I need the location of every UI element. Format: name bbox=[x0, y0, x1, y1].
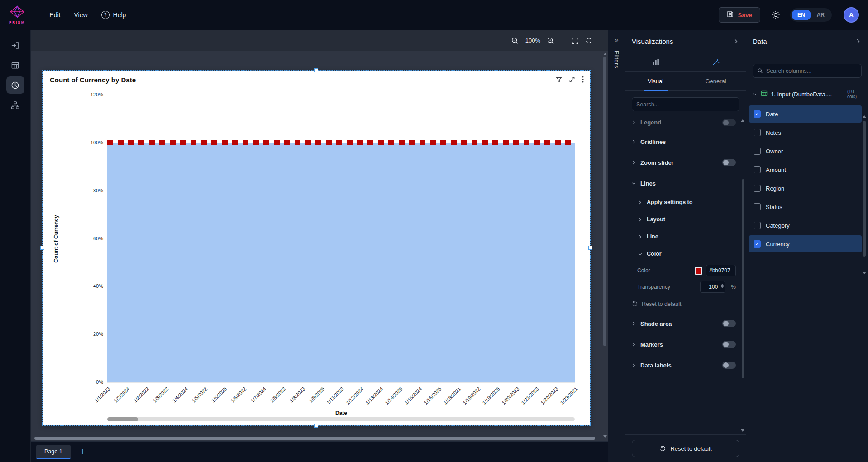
rail-flows-button[interactable] bbox=[6, 96, 24, 114]
checkbox[interactable] bbox=[754, 129, 761, 136]
menu-view[interactable]: View bbox=[74, 11, 87, 19]
color-swatch[interactable] bbox=[695, 267, 702, 275]
canvas-vscrollbar-thumb[interactable] bbox=[603, 57, 606, 346]
chart-build-tab[interactable] bbox=[625, 52, 686, 71]
zoom-out-button[interactable] bbox=[511, 37, 519, 45]
data-source-row[interactable]: 1. Input (DumboData.... (10 cols) bbox=[746, 85, 868, 103]
section-apply-settings-to[interactable]: Apply settings to bbox=[625, 194, 742, 211]
section-legend[interactable]: Legend bbox=[625, 118, 742, 131]
rail-collapse-button[interactable] bbox=[6, 37, 24, 54]
panel-scrollbar-thumb[interactable] bbox=[742, 179, 744, 378]
field-row-amount[interactable]: Amount bbox=[749, 161, 862, 178]
legend-toggle[interactable] bbox=[722, 119, 736, 126]
scroll-down-icon[interactable] bbox=[603, 435, 607, 438]
scroll-up-icon[interactable] bbox=[603, 53, 607, 55]
checkbox[interactable] bbox=[754, 203, 761, 210]
format-tab[interactable] bbox=[686, 52, 746, 71]
x-tick-label: 1/2/2022 bbox=[133, 386, 150, 404]
canvas-vscrollbar[interactable] bbox=[602, 53, 607, 438]
checkbox[interactable] bbox=[754, 148, 761, 155]
checkbox[interactable]: ✓ bbox=[754, 240, 761, 248]
data-search-input[interactable] bbox=[766, 68, 857, 74]
gridline bbox=[107, 382, 575, 383]
panel-scroll-down-icon[interactable] bbox=[863, 272, 866, 274]
field-row-notes[interactable]: Notes bbox=[749, 124, 862, 141]
menu-help[interactable]: ? Help bbox=[101, 11, 126, 19]
chevron-down-icon[interactable] bbox=[752, 91, 758, 97]
section-layout[interactable]: Layout bbox=[625, 211, 742, 228]
add-page-button[interactable]: + bbox=[80, 447, 86, 457]
x-tick-label: 1/11/2023 bbox=[325, 386, 345, 405]
markers-toggle[interactable] bbox=[722, 341, 736, 348]
checkbox[interactable] bbox=[754, 185, 761, 192]
chart-card[interactable]: Count of Currency by Date bbox=[43, 71, 590, 425]
section-line[interactable]: Line bbox=[625, 228, 742, 245]
rail-charts-button[interactable] bbox=[6, 76, 24, 94]
section-markers[interactable]: Markers bbox=[625, 334, 742, 355]
collapse-panel-icon[interactable] bbox=[733, 38, 739, 45]
stepper-icons[interactable] bbox=[721, 284, 724, 288]
checkbox[interactable] bbox=[754, 166, 761, 173]
data-panel: Data 1. Input (DumboData.... (10 cols) ✓… bbox=[746, 30, 868, 462]
canvas-hscrollbar-thumb[interactable] bbox=[34, 437, 595, 440]
visualizations-search-input[interactable] bbox=[636, 101, 735, 108]
zoom-in-icon bbox=[547, 37, 555, 45]
rail-tables-button[interactable] bbox=[6, 57, 24, 74]
chart-hscrollbar-thumb[interactable] bbox=[107, 417, 138, 421]
theme-toggle-button[interactable] bbox=[771, 10, 780, 19]
page-tab[interactable]: Page 1 bbox=[36, 445, 71, 459]
section-gridlines[interactable]: Gridlines bbox=[625, 131, 742, 152]
tab-visual[interactable]: Visual bbox=[625, 72, 686, 90]
menu-edit[interactable]: Edit bbox=[49, 11, 60, 19]
resize-handle-top[interactable] bbox=[314, 68, 318, 72]
chart-hscrollbar[interactable] bbox=[107, 417, 575, 421]
field-row-region[interactable]: Region bbox=[749, 180, 862, 197]
zoom-slider-toggle[interactable] bbox=[722, 159, 736, 166]
lang-en-button[interactable]: EN bbox=[792, 10, 811, 20]
panel-scroll-down-icon[interactable] bbox=[741, 429, 744, 432]
checkbox[interactable]: ✓ bbox=[754, 110, 761, 118]
section-shade-area[interactable]: Shade area bbox=[625, 313, 742, 334]
checkbox[interactable] bbox=[754, 222, 761, 229]
hierarchy-icon bbox=[11, 101, 19, 110]
x-tick-label: 1/19/2022 bbox=[462, 386, 481, 405]
y-tick-label: 60% bbox=[68, 236, 103, 241]
section-lines[interactable]: Lines bbox=[625, 173, 742, 194]
save-button[interactable]: Save bbox=[719, 7, 760, 23]
x-tick-label: 1/5/2022 bbox=[191, 386, 209, 404]
field-row-owner[interactable]: Owner bbox=[749, 143, 862, 160]
tab-general[interactable]: General bbox=[686, 72, 746, 90]
field-row-category[interactable]: Category bbox=[749, 217, 862, 234]
x-tick-label: 1/23/2021 bbox=[559, 386, 578, 405]
field-row-date[interactable]: ✓Date bbox=[749, 105, 862, 123]
expand-icon[interactable] bbox=[569, 76, 575, 85]
avatar[interactable]: A bbox=[844, 7, 859, 23]
collapse-panel-icon[interactable] bbox=[855, 38, 862, 45]
filter-icon[interactable] bbox=[556, 76, 562, 85]
shade-area-toggle[interactable] bbox=[722, 320, 736, 327]
gridline bbox=[107, 95, 575, 95]
field-row-status[interactable]: Status bbox=[749, 198, 862, 215]
panel-scrollbar-thumb[interactable] bbox=[863, 121, 866, 257]
reset-to-default-button[interactable]: Reset to default bbox=[632, 440, 739, 457]
section-data-labels[interactable]: Data labels bbox=[625, 355, 742, 376]
reset-to-default-link[interactable]: Reset to default bbox=[625, 295, 742, 313]
zoom-in-button[interactable] bbox=[547, 37, 555, 45]
section-color[interactable]: Color bbox=[625, 245, 742, 262]
expand-filters-icon[interactable]: » bbox=[615, 36, 618, 43]
field-row-currency[interactable]: ✓Currency bbox=[749, 235, 862, 252]
panel-scroll-up-icon[interactable] bbox=[741, 119, 744, 122]
canvas-viewport[interactable]: Count of Currency by Date bbox=[31, 51, 608, 441]
color-value-input[interactable] bbox=[706, 265, 736, 276]
reset-view-button[interactable] bbox=[585, 37, 592, 44]
panel-scroll-up-icon[interactable] bbox=[863, 115, 866, 118]
dashed-line-series bbox=[107, 140, 575, 145]
data-labels-toggle[interactable] bbox=[722, 362, 736, 369]
resize-handle-left[interactable] bbox=[40, 246, 44, 250]
resize-handle-bottom[interactable] bbox=[314, 424, 318, 428]
resize-handle-right[interactable] bbox=[588, 246, 592, 250]
fit-screen-button[interactable] bbox=[572, 37, 579, 44]
section-zoom-slider[interactable]: Zoom slider bbox=[625, 152, 742, 173]
lang-ar-button[interactable]: AR bbox=[811, 10, 830, 20]
more-options-icon[interactable] bbox=[582, 76, 584, 85]
